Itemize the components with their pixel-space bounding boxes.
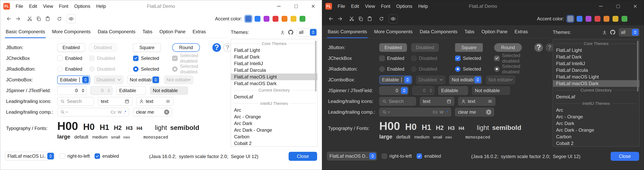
theme-item-selected[interactable]: FlatLaf macOS Dark <box>553 80 639 87</box>
lookandfeel-combobox[interactable]: FlatLaf macOS Li... <box>5 152 55 160</box>
accent-swatch-4[interactable] <box>272 16 278 22</box>
enabled-checkbox[interactable]: enabled <box>416 153 441 159</box>
theme-item[interactable]: FlatLaf Light <box>553 47 639 54</box>
menu-file[interactable]: File <box>335 2 348 10</box>
copy-button[interactable] <box>34 14 43 23</box>
theme-item[interactable]: FlatLaf macOS Light <box>553 74 639 80</box>
combo-arrow-button[interactable] <box>152 77 159 83</box>
github-button[interactable] <box>609 28 617 36</box>
whole-words-toggle[interactable]: W <box>440 110 444 114</box>
tab-basic-components[interactable]: Basic Components <box>2 25 48 38</box>
scrollbar-thumb[interactable] <box>637 41 638 92</box>
tab-extras[interactable]: Extras <box>189 25 209 38</box>
search-input[interactable]: Search <box>57 97 94 106</box>
menu-help[interactable]: Help <box>415 2 431 10</box>
spinner-arrows-button[interactable] <box>106 87 112 94</box>
theme-item[interactable]: Arc - Orange <box>231 113 317 120</box>
checkbox-disabled[interactable]: Disabled <box>411 56 437 61</box>
checkbox-selected-disabled[interactable]: Selected disabled <box>172 53 207 64</box>
accent-swatch-7[interactable] <box>300 16 306 22</box>
copy-button[interactable] <box>356 14 365 23</box>
enabled-button[interactable]: Enabled <box>379 43 407 52</box>
disabled-button[interactable]: Disabled <box>411 43 439 52</box>
combo-arrow-button[interactable] <box>632 29 638 36</box>
search-with-options-input[interactable]: Cc W .* <box>57 108 129 116</box>
themes-filter-combobox[interactable]: all <box>297 28 318 36</box>
theme-item[interactable]: FlatLaf macOS Dark <box>231 80 317 87</box>
menu-edit[interactable]: Edit <box>26 2 40 10</box>
theme-item[interactable]: FlatLaf Darcula <box>553 67 639 74</box>
tab-more-components[interactable]: More Components <box>48 25 94 38</box>
tab-data-components[interactable]: Data Components <box>416 25 461 38</box>
theme-item[interactable]: Carbon <box>553 133 639 140</box>
spinner-disabled[interactable]: 0 <box>90 86 112 95</box>
lookandfeel-combobox[interactable]: FlatLaf macOS D... <box>327 152 377 160</box>
tab-data-components[interactable]: Data Components <box>94 25 139 38</box>
combo-arrow-button[interactable] <box>310 29 316 36</box>
menu-edit[interactable]: Edit <box>348 2 362 10</box>
textfield-not-editable[interactable]: Not editable <box>472 86 510 95</box>
close-button[interactable]: Close <box>288 152 317 161</box>
accent-swatch-3[interactable] <box>264 16 270 22</box>
theme-item[interactable]: FlatLaf Darcula <box>231 67 317 74</box>
disabled-button[interactable]: Disabled <box>89 43 117 52</box>
minimize-button[interactable] <box>592 0 610 12</box>
checkbox-selected[interactable]: Selected <box>133 56 159 61</box>
menu-file[interactable]: File <box>13 2 26 10</box>
tab-basic-components[interactable]: Basic Components <box>324 25 370 38</box>
accent-swatch-1[interactable] <box>567 16 574 22</box>
github-button[interactable] <box>287 28 295 36</box>
show-hidden-toggle[interactable] <box>389 14 398 23</box>
round-button[interactable]: Round <box>494 43 522 52</box>
accent-swatch-1[interactable] <box>245 16 252 22</box>
radio-disabled[interactable]: Disabled <box>411 66 437 72</box>
help-button[interactable]: ? <box>534 43 543 52</box>
forward-button[interactable] <box>336 14 344 23</box>
combobox-disabled[interactable]: Disabled <box>94 76 123 84</box>
maximize-button[interactable] <box>610 0 626 12</box>
theme-item[interactable]: FlatLaf Dark <box>553 54 639 60</box>
accent-swatch-6[interactable] <box>290 16 296 22</box>
help-button[interactable]: ? <box>212 43 221 52</box>
combo-arrow-button[interactable] <box>474 77 481 83</box>
combobox-disabled[interactable]: Disabled <box>416 76 445 84</box>
theme-item[interactable]: FlatLaf Dark <box>231 54 317 60</box>
menu-font[interactable]: Font <box>378 2 393 10</box>
match-case-toggle[interactable]: Cc <box>110 110 116 114</box>
theme-item[interactable]: DemoLaf <box>553 93 639 100</box>
cut-button[interactable] <box>25 14 34 23</box>
chevron-down-icon[interactable] <box>388 111 390 113</box>
themes-filter-combobox[interactable]: all <box>619 28 640 36</box>
search-icon[interactable] <box>60 110 65 114</box>
download-themes-button[interactable] <box>600 28 609 36</box>
menu-view[interactable]: View <box>40 2 56 10</box>
minimize-button[interactable] <box>270 0 288 12</box>
theme-item[interactable]: Arc <box>553 107 639 113</box>
forward-button[interactable] <box>14 14 22 23</box>
combobox-not-editable-disabled[interactable]: Not editable dis... <box>486 76 515 84</box>
clearable-input[interactable]: clear me <box>455 108 494 116</box>
show-hidden-toggle[interactable] <box>67 14 76 23</box>
combo-arrow-button[interactable] <box>47 153 54 159</box>
combobox-not-editable-disabled[interactable]: Not editable dis... <box>164 76 193 84</box>
accent-swatch-5[interactable] <box>282 16 288 22</box>
theme-item-selected[interactable]: FlatLaf macOS Light <box>231 74 317 80</box>
date-input[interactable]: text <box>98 97 132 106</box>
theme-item[interactable]: FlatLaf IntelliJ <box>553 60 639 67</box>
spinner-arrows-button[interactable] <box>80 87 86 94</box>
clear-icon[interactable] <box>486 110 491 115</box>
tab-tabs[interactable]: Tabs <box>139 25 156 38</box>
clearable-input[interactable]: clear me <box>133 108 172 116</box>
checkbox-enabled[interactable]: Enabled <box>379 56 404 61</box>
tab-more-components[interactable]: More Components <box>370 25 416 38</box>
radio-enabled[interactable]: Enabled <box>57 66 82 72</box>
theme-item[interactable]: Arc Dark - Orange <box>231 127 317 133</box>
paste-button[interactable] <box>43 14 52 23</box>
refresh-button[interactable] <box>377 14 386 23</box>
radio-selected[interactable]: Selected <box>455 66 481 72</box>
checkbox-disabled[interactable]: Disabled <box>89 56 115 61</box>
menu-options[interactable]: Options <box>393 2 416 10</box>
menu-options[interactable]: Options <box>71 2 94 10</box>
user-input[interactable]: text <box>458 97 495 106</box>
right-to-left-checkbox[interactable]: right-to-left <box>60 153 90 159</box>
